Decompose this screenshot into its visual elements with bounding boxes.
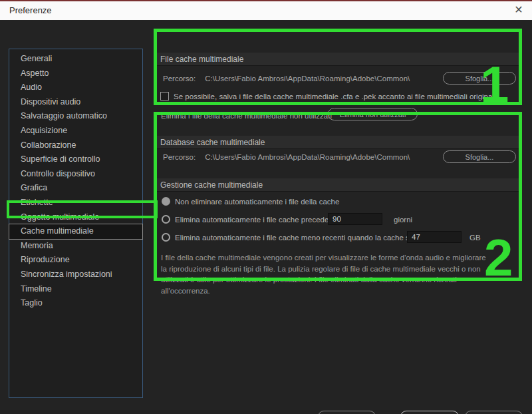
cache-management-section-header: Gestione cache multimediale <box>157 178 519 192</box>
file-cache-path-label: Percorso: <box>163 75 196 83</box>
dialog-title: Preferenze <box>9 5 52 15</box>
titlebar-accent-line <box>0 0 532 1</box>
sidebar-item-oggetto-multimediale[interactable]: Oggetto multimediale <box>9 210 142 225</box>
file-cache-path-value: C:\Users\Fabio Ambrosi\AppData\Roaming\A… <box>205 75 410 83</box>
sidebar-item-grafica[interactable]: Grafica <box>9 181 142 196</box>
help-button[interactable]: Aiuto <box>318 411 376 414</box>
sidebar-item-aspetto[interactable]: Aspetto <box>9 67 142 81</box>
delete-unused-label: Elimina i file della cache multimediale … <box>161 112 332 120</box>
sidebar-item-taglio[interactable]: Taglio <box>9 296 142 311</box>
sidebar-item-sincronizza-impostazioni[interactable]: Sincronizza impostazioni <box>9 268 142 282</box>
sidebar-item-memoria[interactable]: Memoria <box>9 239 142 254</box>
sidebar-item-cache-multimediale[interactable]: Cache multimediale <box>9 224 142 239</box>
sidebar-item-controllo-dispositivo[interactable]: Controllo dispositivo <box>9 167 142 182</box>
cache-description-text: I file della cache multimediale vengono … <box>161 252 493 296</box>
radio-delete-over-size[interactable] <box>162 233 170 242</box>
sidebar-item-superficie-di-controllo[interactable]: Superficie di controllo <box>9 152 142 167</box>
file-cache-path-row: Percorso:C:\Users\Fabio Ambrosi\AppData\… <box>163 75 410 83</box>
radio-no-auto-delete-label: Non eliminare automaticamente i file del… <box>175 198 339 206</box>
preferences-category-list: Generali Aspetto Audio Dispositivi audio… <box>9 49 143 398</box>
sidebar-item-acquisizione[interactable]: Acquisizione <box>9 124 142 138</box>
sidebar-item-timeline[interactable]: Timeline <box>9 282 142 297</box>
size-input[interactable] <box>407 231 462 243</box>
save-beside-originals-label: Se possibile, salva i file della cache m… <box>174 93 496 101</box>
cancel-button[interactable]: Annulla <box>465 411 523 414</box>
radio-delete-older-than[interactable] <box>162 215 170 224</box>
sidebar-item-dispositivi-audio[interactable]: Dispositivi audio <box>9 95 142 110</box>
sidebar-item-audio[interactable]: Audio <box>9 81 142 95</box>
title-bar: Preferenze ✕ <box>0 0 532 20</box>
database-cache-path-value: C:\Users\Fabio Ambrosi\AppData\Roaming\A… <box>205 153 410 161</box>
save-beside-originals-checkbox[interactable] <box>160 92 169 101</box>
delete-unused-button[interactable]: Elimina non utilizzati <box>328 108 418 120</box>
dialog-body: Generali Aspetto Audio Dispositivi audio… <box>0 20 532 414</box>
database-cache-section-header: Database cache multimediale <box>157 136 519 149</box>
sidebar-item-collaborazione[interactable]: Collaborazione <box>9 138 142 153</box>
sidebar-item-riproduzione[interactable]: Riproduzione <box>9 253 142 268</box>
file-cache-section-header: File cache multimediale <box>157 53 519 66</box>
sidebar-item-generali[interactable]: Generali <box>9 52 142 67</box>
close-icon[interactable]: ✕ <box>511 3 527 17</box>
ok-button[interactable]: OK <box>400 411 459 414</box>
radio-no-auto-delete[interactable] <box>162 197 170 206</box>
days-unit-label: giorni <box>394 216 412 224</box>
days-input[interactable] <box>328 213 382 225</box>
size-unit-label: GB <box>469 234 481 242</box>
database-cache-path-row: Percorso:C:\Users\Fabio Ambrosi\AppData\… <box>163 153 410 161</box>
radio-delete-older-than-label: Elimina automaticamente i file cache pre… <box>175 216 345 224</box>
database-cache-path-label: Percorso: <box>163 153 196 161</box>
sidebar-item-etichette[interactable]: Etichette <box>9 196 142 210</box>
file-cache-browse-button[interactable]: Sfoglia... <box>443 72 516 85</box>
database-cache-browse-button[interactable]: Sfoglia... <box>443 150 516 163</box>
preferences-dialog: Preferenze ✕ Generali Aspetto Audio Disp… <box>0 0 532 414</box>
sidebar-item-salvataggio-automatico[interactable]: Salvataggio automatico <box>9 109 142 124</box>
radio-delete-over-size-label: Elimina automaticamente i file cache men… <box>175 234 431 242</box>
